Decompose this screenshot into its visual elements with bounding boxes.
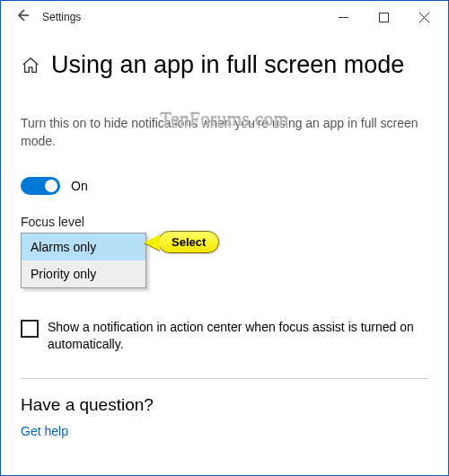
section-divider bbox=[21, 378, 428, 379]
page-content: Using an app in full screen mode TenForu… bbox=[1, 51, 448, 438]
title-bar: Settings bbox=[1, 1, 448, 33]
maximize-button[interactable] bbox=[364, 4, 404, 31]
home-icon bbox=[21, 56, 40, 75]
focus-level-dropdown[interactable]: Alarms only Priority only Select bbox=[21, 233, 146, 288]
toggle-row: On bbox=[21, 177, 428, 195]
focus-level-label: Focus level bbox=[21, 215, 428, 229]
checkbox-row: Show a notification in action center whe… bbox=[21, 319, 428, 353]
toggle-state-label: On bbox=[71, 179, 88, 193]
window-controls bbox=[323, 4, 445, 31]
svg-rect-2 bbox=[380, 13, 389, 22]
close-button[interactable] bbox=[404, 4, 445, 31]
annotation-label: Select bbox=[158, 231, 219, 253]
select-annotation: Select bbox=[144, 231, 219, 253]
notifications-toggle[interactable] bbox=[21, 177, 60, 195]
page-header: Using an app in full screen mode bbox=[21, 51, 428, 79]
page-title: Using an app in full screen mode bbox=[51, 51, 404, 79]
app-title: Settings bbox=[42, 11, 81, 23]
show-notification-checkbox[interactable] bbox=[21, 320, 39, 338]
dropdown-option-alarms-only[interactable]: Alarms only bbox=[22, 234, 145, 260]
minimize-button[interactable] bbox=[323, 4, 364, 31]
description-text: Turn this on to hide notifications when … bbox=[21, 115, 428, 150]
checkbox-label: Show a notification in action center whe… bbox=[48, 319, 428, 353]
back-button[interactable] bbox=[4, 8, 40, 27]
dropdown-option-priority-only[interactable]: Priority only bbox=[22, 260, 145, 287]
annotation-tail-icon bbox=[144, 234, 160, 251]
help-heading: Have a question? bbox=[21, 395, 428, 415]
get-help-link[interactable]: Get help bbox=[21, 424, 428, 438]
